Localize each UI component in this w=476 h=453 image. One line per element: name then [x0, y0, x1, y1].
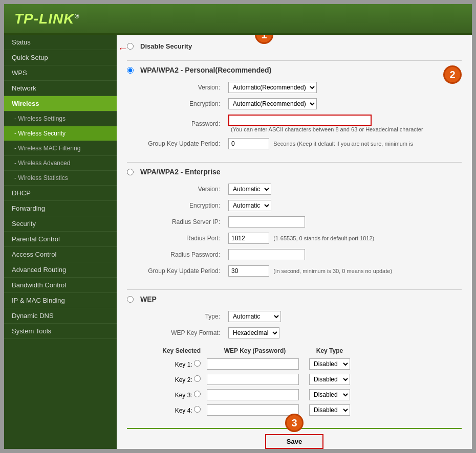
enterprise-encryption-select[interactable]: Automatic TKIP AES [228, 200, 271, 211]
key4-input[interactable] [207, 404, 299, 416]
wep-type-label: Type: [142, 308, 224, 325]
wep-form: Type: Automatic Open System Shared Key W… [142, 308, 285, 341]
sidebar: Status Quick Setup WPS Network Wireless … [4, 35, 117, 453]
radius-ip-input[interactable] [228, 216, 305, 228]
key3-radio[interactable] [194, 391, 201, 397]
key2-label: Key 2: [175, 376, 192, 383]
wep-label: WEP [140, 295, 157, 303]
password-hint: (You can enter ASCII characters between … [231, 126, 423, 132]
wep-key2-row: Key 2: Disabled 64bit 128bit 152bit [142, 372, 353, 387]
radius-port-input[interactable] [228, 233, 269, 244]
wep-type-select[interactable]: Automatic Open System Shared Key [228, 311, 281, 322]
sidebar-item-quick-setup[interactable]: Quick Setup [4, 50, 117, 65]
wpa-enterprise-form: Version: Automatic WPA WPA2 Encryption: [142, 181, 396, 279]
ent-group-key-label: Group Key Update Period: [142, 263, 224, 279]
save-button[interactable]: Save [265, 434, 323, 449]
header: TP-LINK® [4, 4, 472, 35]
sidebar-item-wireless[interactable]: Wireless [4, 96, 117, 111]
key-type-header: Key Type [306, 345, 353, 356]
sidebar-item-wps[interactable]: WPS [4, 65, 117, 81]
ent-encryption-label: Encryption: [142, 197, 224, 214]
password-label: Password: [142, 112, 224, 135]
radius-pw-label: Radius Password: [142, 246, 224, 263]
ent-version-label: Version: [142, 181, 224, 197]
sidebar-item-advanced-routing[interactable]: Advanced Routing [4, 262, 117, 278]
sidebar-item-wireless-security[interactable]: - Wireless Security [4, 126, 117, 141]
main-container: Status Quick Setup WPS Network Wireless … [4, 35, 472, 453]
key3-type-select[interactable]: Disabled 64bit 128bit 152bit [309, 389, 350, 400]
personal-version-select[interactable]: Automatic(Recommended) WPA WPA2 [228, 82, 317, 93]
enterprise-group-key-input[interactable] [228, 265, 269, 277]
key3-input[interactable] [207, 389, 299, 400]
radius-password-input[interactable] [228, 249, 305, 260]
wpa-enterprise-radio[interactable] [127, 169, 134, 175]
sidebar-item-wireless-settings[interactable]: - Wireless Settings [4, 111, 117, 126]
logo-text: TP-LINK [14, 11, 74, 27]
sidebar-item-bandwidth[interactable]: Bandwidth Control [4, 278, 117, 293]
wpa-personal-form: Version: Automatic(Recommended) WPA WPA2… [142, 79, 427, 152]
key-selected-header: Key Selected [142, 345, 204, 356]
wep-key-format-label: WEP Key Format: [142, 325, 224, 341]
radius-port-label: Radius Port: [142, 230, 224, 246]
sidebar-item-network[interactable]: Network [4, 81, 117, 96]
wpa-personal-section: WPA/WPA2 - Personal(Recommended) Version… [127, 66, 462, 152]
key1-radio[interactable] [194, 360, 201, 367]
radius-port-hint: (1-65535, 0 stands for default port 1812… [273, 235, 374, 241]
wep-key-table: Key Selected WEP Key (Password) Key Type… [142, 345, 353, 418]
annotation-2: 2 [443, 65, 462, 84]
sidebar-item-dhcp[interactable]: DHCP [4, 186, 117, 201]
sidebar-item-wireless-mac[interactable]: - Wireless MAC Filtering [4, 141, 117, 156]
arrow-indicator: ← [118, 42, 128, 54]
sidebar-item-parental[interactable]: Parental Control [4, 232, 117, 247]
personal-group-key-hint: Seconds (Keep it default if you are not … [273, 141, 413, 147]
wpa-personal-label: WPA/WPA2 - Personal(Recommended) [140, 66, 271, 74]
disable-security-section: ← Disable Security [127, 42, 462, 50]
group-key-label: Group Key Update Period: [142, 135, 224, 152]
sidebar-item-wireless-stats[interactable]: - Wireless Statistics [4, 171, 117, 186]
key3-label: Key 3: [175, 392, 192, 399]
save-area: 3 Save [127, 428, 462, 453]
wep-key3-row: Key 3: Disabled 64bit 128bit 152bit [142, 387, 353, 402]
sidebar-item-wireless-advanced[interactable]: - Wireless Advanced [4, 156, 117, 171]
key1-label: Key 1: [175, 361, 192, 368]
wpa-enterprise-label: WPA/WPA2 - Enterprise [140, 168, 221, 176]
key1-input[interactable] [207, 358, 299, 370]
wep-key1-row: Key 1: Disabled 64bit 128bit 152bit [142, 356, 353, 372]
wpa-password-input[interactable] [228, 115, 372, 126]
personal-group-key-input[interactable] [228, 138, 269, 149]
key2-type-select[interactable]: Disabled 64bit 128bit 152bit [309, 374, 350, 385]
content-area: 1 2 ← Disable Security WPA/WPA2 - Person… [117, 35, 472, 453]
wep-radio[interactable] [127, 296, 134, 303]
enterprise-group-key-hint: (in second, minimum is 30, 0 means no up… [273, 268, 392, 274]
key4-label: Key 4: [175, 407, 192, 414]
annotation-3: 3 [285, 414, 304, 432]
enterprise-version-select[interactable]: Automatic WPA WPA2 [228, 184, 271, 195]
key1-type-select[interactable]: Disabled 64bit 128bit 152bit [309, 358, 350, 370]
wpa-enterprise-section: WPA/WPA2 - Enterprise Version: Automatic… [127, 168, 462, 279]
sidebar-item-ip-mac[interactable]: IP & MAC Binding [4, 293, 117, 308]
sidebar-item-access-control[interactable]: Access Control [4, 247, 117, 262]
key4-type-select[interactable]: Disabled 64bit 128bit 152bit [309, 404, 350, 416]
encryption-label: Encryption: [142, 96, 224, 112]
wpa-personal-radio[interactable] [127, 67, 134, 74]
key2-radio[interactable] [194, 375, 201, 382]
radius-ip-label: Radius Server IP: [142, 214, 224, 230]
wep-key-password-header: WEP Key (Password) [204, 345, 306, 356]
wep-key4-row: Key 4: Disabled 64bit 128bit 152bit [142, 402, 353, 418]
personal-encryption-select[interactable]: Automatic(Recommended) TKIP AES [228, 98, 317, 109]
wep-section: WEP Type: Automatic Open System Shared K… [127, 295, 462, 418]
sidebar-item-ddns[interactable]: Dynamic DNS [4, 308, 117, 324]
version-label: Version: [142, 79, 224, 96]
sidebar-item-status[interactable]: Status [4, 35, 117, 50]
key2-input[interactable] [207, 374, 299, 385]
logo: TP-LINK® [14, 11, 79, 27]
wep-key-format-select[interactable]: Hexadecimal ASCII [228, 327, 279, 338]
sidebar-item-forwarding[interactable]: Forwarding [4, 201, 117, 216]
disable-security-label: Disable Security [140, 42, 192, 50]
key4-radio[interactable] [194, 406, 201, 413]
sidebar-item-security[interactable]: Security [4, 216, 117, 232]
sidebar-item-system-tools[interactable]: System Tools [4, 324, 117, 339]
logo-reg: ® [74, 12, 79, 19]
